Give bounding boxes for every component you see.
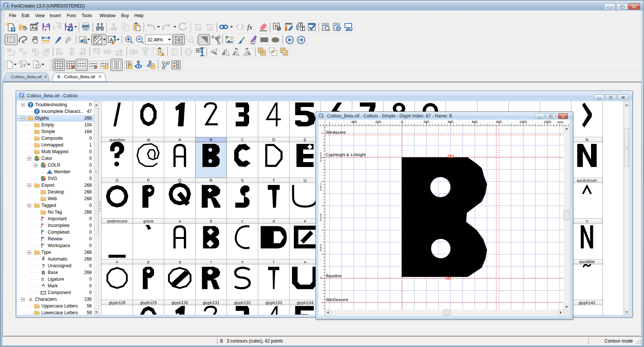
svg-text:glyph128: glyph128 (109, 300, 126, 305)
svg-text:glyph131: glyph131 (203, 300, 220, 305)
svg-text:0: 0 (401, 120, 403, 124)
svg-text:asciitilde: asciitilde (579, 259, 595, 264)
svg-text:A: A (110, 37, 113, 43)
svg-text:n: n (586, 219, 588, 223)
svg-text:-200: -200 (374, 120, 381, 124)
svg-text:32,48%: 32,48% (147, 37, 163, 42)
svg-text:b: b (210, 219, 212, 223)
svg-text:glyph133: glyph133 (266, 300, 282, 305)
svg-text:D: D (272, 138, 275, 142)
svg-text:?: ? (42, 263, 45, 269)
svg-text:B: B (42, 270, 45, 275)
svg-text:units: units (557, 120, 564, 124)
svg-text:Aa: Aa (31, 25, 37, 31)
svg-text:C: C (197, 26, 200, 31)
svg-text:s: s (241, 259, 244, 264)
svg-text:T: T (273, 178, 275, 183)
svg-text:P: P (147, 178, 150, 183)
svg-text:A: A (178, 138, 181, 142)
svg-text:1200: 1200 (544, 120, 551, 124)
svg-text:R: R (210, 178, 213, 183)
svg-text:t: t (273, 259, 274, 264)
svg-text:200: 200 (423, 120, 429, 124)
svg-text:T: T (301, 26, 304, 31)
svg-text:0: 0 (320, 276, 322, 280)
svg-text:0: 0 (320, 249, 322, 252)
svg-text:r: r (210, 259, 212, 264)
svg-text:glyph129: glyph129 (140, 300, 157, 305)
svg-text:q: q (179, 259, 181, 264)
svg-text:0: 0 (320, 218, 322, 222)
svg-text:A: A (29, 297, 32, 302)
svg-text:WinDescent: WinDescent (326, 297, 348, 302)
svg-text:asciicircum: asciicircum (577, 178, 597, 183)
svg-text:E: E (304, 138, 306, 142)
svg-text:underscore: underscore (107, 219, 127, 223)
svg-text:G: G (173, 51, 176, 55)
svg-text:c: c (241, 219, 244, 223)
svg-text:abc: abc (334, 23, 340, 27)
svg-text:800: 800 (496, 120, 502, 124)
svg-text:B: B (210, 138, 212, 142)
svg-text:fx: fx (247, 23, 252, 31)
svg-text:d: d (273, 219, 275, 223)
svg-text:glyph143: glyph143 (579, 300, 596, 305)
svg-text:a: a (179, 219, 181, 223)
svg-text:0: 0 (320, 159, 322, 163)
svg-text:WinAscent: WinAscent (326, 130, 346, 135)
svg-text:at: at (147, 138, 150, 142)
svg-text:G: G (209, 26, 212, 31)
svg-text:C: C (241, 138, 244, 142)
svg-text:U: U (304, 178, 307, 183)
svg-text:O: O (116, 178, 119, 183)
svg-text:glyph134: glyph134 (297, 300, 314, 305)
svg-text:e: e (304, 219, 306, 223)
svg-text:600: 600 (472, 120, 477, 124)
svg-text:CapHeight & x-Height: CapHeight & x-Height (326, 152, 365, 157)
svg-text:grave: grave (143, 219, 154, 223)
svg-text:fi: fi (41, 277, 44, 282)
svg-text:u: u (304, 259, 306, 264)
svg-text:Q: Q (178, 178, 182, 183)
svg-text:1000: 1000 (519, 120, 527, 124)
svg-text:Baseline: Baseline (326, 274, 342, 278)
svg-text:-400: -400 (350, 120, 357, 124)
svg-text:S: S (241, 178, 244, 183)
svg-text:question: question (109, 138, 125, 142)
svg-text:p: p (147, 259, 150, 264)
svg-text:400: 400 (447, 120, 453, 124)
svg-text:glyph132: glyph132 (234, 300, 251, 305)
svg-text:glyph130: glyph130 (172, 300, 188, 305)
svg-text:N: N (585, 138, 588, 142)
svg-text:o: o (116, 259, 118, 264)
svg-text:0: 0 (320, 188, 322, 191)
